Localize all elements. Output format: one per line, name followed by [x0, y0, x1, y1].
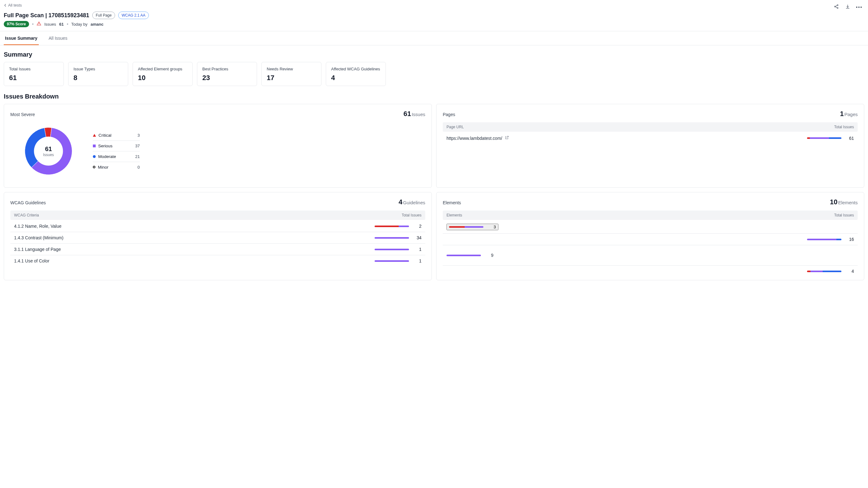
wcag-criterion: 1.4.1 Use of Color — [14, 258, 50, 264]
legend-minor[interactable]: Minor 0 — [93, 162, 140, 172]
score-badge: 97% Score — [4, 21, 29, 27]
tabs: Issue Summary All Issues — [0, 31, 868, 45]
severity-donut-chart: 61 Issues — [23, 125, 74, 177]
panel-count: 1Pages — [840, 110, 858, 118]
meta-user: amanc — [91, 22, 103, 27]
stat-label: Best Practices — [202, 67, 252, 71]
back-all-tests[interactable]: All tests — [4, 3, 22, 7]
table-row[interactable]: 16 — [443, 234, 858, 245]
stat-value: 61 — [9, 74, 59, 82]
meta-issues-label: Issues — [44, 22, 56, 27]
severity-bar — [449, 226, 484, 228]
stat-label: Needs Review — [267, 67, 316, 71]
stat-value: 17 — [267, 74, 316, 82]
svg-point-1 — [837, 5, 838, 6]
download-icon[interactable] — [845, 4, 850, 10]
row-total: 1 — [413, 247, 422, 252]
meta-time-by: Today by — [71, 22, 88, 27]
legend-moderate[interactable]: Moderate 21 — [93, 151, 140, 162]
stat-card: Affected Element groups 10 — [132, 62, 193, 86]
row-total: 34 — [413, 235, 422, 240]
stat-card: Issue Types 8 — [68, 62, 128, 86]
table-row[interactable]: 4 — [443, 266, 858, 277]
circle-icon — [93, 155, 96, 158]
stat-label: Affected Element groups — [138, 67, 187, 71]
panel-title: Most Severe — [10, 112, 35, 117]
legend-critical[interactable]: Critical 3 — [93, 130, 140, 141]
table-row[interactable]: 9 — [443, 245, 858, 266]
panel-most-severe: Most Severe 61Issues 61 Issues — [4, 104, 432, 188]
svg-point-0 — [835, 6, 835, 7]
back-label: All tests — [8, 3, 22, 7]
wcag-criterion: 3.1.1 Language of Page — [14, 247, 61, 252]
row-total: 9 — [485, 253, 493, 258]
warning-icon — [37, 21, 41, 27]
col-total-issues: Total Issues — [834, 125, 854, 129]
stat-label: Total Issues — [9, 67, 59, 71]
stat-value: 4 — [331, 74, 380, 82]
tab-issue-summary[interactable]: Issue Summary — [4, 31, 39, 45]
triangle-icon — [93, 134, 96, 137]
separator-dot — [32, 24, 33, 25]
share-icon[interactable] — [834, 4, 839, 10]
severity-bar — [375, 237, 409, 239]
panel-elements: Elements 10Elements Elements Total Issue… — [436, 192, 864, 280]
legend-serious[interactable]: Serious 37 — [93, 141, 140, 151]
panel-title: WCAG Guidelines — [10, 200, 46, 205]
col-page-url: Page URL — [446, 125, 464, 129]
chevron-left-icon — [4, 4, 7, 7]
ring-icon — [93, 166, 95, 168]
severity-bar — [446, 255, 481, 256]
table-row[interactable]: 1.4.3 Contrast (Minimum) 34 — [10, 232, 425, 244]
tab-all-issues[interactable]: All Issues — [48, 31, 69, 45]
table-row[interactable]: https://www.lambdatest.com/ 61 — [443, 132, 858, 144]
row-total: 1 — [413, 258, 422, 264]
row-total: 3 — [488, 224, 496, 229]
section-summary-title: Summary — [4, 51, 864, 58]
donut-center-value: 61 — [45, 146, 52, 153]
summary-cards-row: Total Issues 61Issue Types 8Affected Ele… — [4, 62, 864, 86]
table-row[interactable]: 4.1.2 Name, Role, Value 2 — [10, 220, 425, 232]
more-menu-icon[interactable] — [856, 6, 862, 8]
stat-card: Total Issues 61 — [4, 62, 64, 86]
panel-count: 10Elements — [830, 198, 858, 206]
element-name: 3 — [446, 224, 498, 230]
col-total-issues: Total Issues — [402, 213, 422, 217]
row-total: 2 — [413, 224, 422, 229]
stat-card: Affected WCAG Guidelines 4 — [326, 62, 386, 86]
stat-card: Best Practices 23 — [197, 62, 257, 86]
stat-card: Needs Review 17 — [261, 62, 321, 86]
row-total: 4 — [846, 269, 854, 274]
severity-bar — [807, 137, 841, 139]
svg-point-2 — [837, 7, 838, 8]
table-row[interactable]: 3 — [443, 220, 858, 234]
panel-wcag-guidelines: WCAG Guidelines 4Guidelines WCAG Criteri… — [4, 192, 432, 280]
section-breakdown-title: Issues Breakdown — [4, 93, 864, 100]
stat-value: 23 — [202, 74, 252, 82]
separator-dot — [67, 24, 68, 25]
svg-point-4 — [39, 24, 39, 25]
donut-center-label: Issues — [43, 153, 54, 157]
table-row[interactable]: 1.4.1 Use of Color 1 — [10, 255, 425, 267]
panel-pages: Pages 1Pages Page URL Total Issues https… — [436, 104, 864, 188]
page-url: https://www.lambdatest.com/ — [446, 136, 502, 141]
wcag-criterion: 1.4.3 Contrast (Minimum) — [14, 235, 63, 240]
panel-title: Elements — [443, 200, 461, 205]
stat-label: Issue Types — [73, 67, 123, 71]
col-total-issues: Total Issues — [834, 213, 854, 217]
meta-issues-count: 61 — [59, 22, 63, 27]
severity-legend: Critical 3 Serious 37 Moderate 21 Mino — [93, 130, 140, 172]
severity-bar — [375, 225, 409, 227]
square-icon — [93, 145, 96, 147]
stat-label: Affected WCAG Guidelines — [331, 67, 380, 71]
table-row[interactable]: 3.1.1 Language of Page 1 — [10, 244, 425, 255]
row-total: 16 — [846, 237, 854, 242]
stat-value: 8 — [73, 74, 123, 82]
row-total: 61 — [846, 136, 854, 141]
element-name: 9 — [446, 248, 493, 262]
severity-bar — [807, 271, 841, 272]
panel-title: Pages — [443, 112, 455, 117]
col-wcag-criteria: WCAG Criteria — [14, 213, 39, 217]
external-link-icon[interactable] — [505, 135, 509, 141]
tag-wcag-level: WCAG 2.1 AA — [118, 11, 149, 19]
